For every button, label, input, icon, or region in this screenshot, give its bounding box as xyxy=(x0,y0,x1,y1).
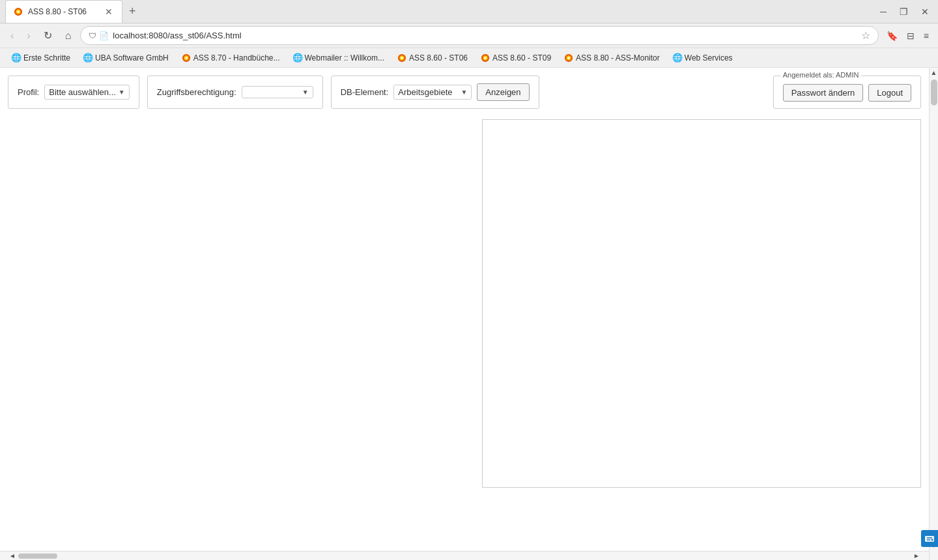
globe-icon: 🌐 xyxy=(12,53,21,63)
profil-box: Profil: Bitte auswählen... ▼ xyxy=(8,76,139,109)
bookmark-label: Webmailer :: Willkom... xyxy=(305,53,384,63)
scroll-left-button[interactable]: ◄ xyxy=(9,552,16,559)
back-button[interactable]: ‹ xyxy=(7,27,18,44)
tab-bar: ASS 8.80 - ST06 ✕ + xyxy=(5,0,871,23)
minimize-button[interactable]: ─ xyxy=(876,5,890,18)
h-scroll-thumb[interactable] xyxy=(18,553,57,559)
bookmark-ass-880-monitor[interactable]: ASS 8.80 - ASS-Monitor xyxy=(559,51,665,64)
bookmark-label: UBA Software GmbH xyxy=(95,53,169,63)
new-tab-button[interactable]: + xyxy=(122,0,143,23)
teamviewer-icon xyxy=(924,533,935,544)
db-element-box: DB-Element: Arbeitsgebiete ▼ Anzeigen xyxy=(331,76,539,109)
toolbar-row: Profil: Bitte auswählen... ▼ Zugriffsber… xyxy=(8,76,921,109)
profil-label: Profil: xyxy=(18,87,39,97)
tab-title: ASS 8.80 - ST06 xyxy=(28,7,87,16)
profil-select-text: Bitte auswählen... xyxy=(49,87,116,97)
main-display-area xyxy=(482,119,921,488)
bookmark-label: Erste Schritte xyxy=(23,53,70,63)
logout-button[interactable]: Logout xyxy=(868,84,911,102)
zugriffsberechtig-box: Zugriffsberechtigung: ▼ xyxy=(147,76,323,109)
vertical-scrollbar: ▲ ▼ xyxy=(929,68,938,560)
svg-point-5 xyxy=(185,57,188,59)
bookmark-ass-860-st09[interactable]: ASS 8.60 - ST09 xyxy=(476,51,556,64)
scroll-right-button[interactable]: ► xyxy=(913,552,920,559)
bookmark-ass-870[interactable]: ASS 8.70 - Handbüche... xyxy=(177,51,285,64)
home-button[interactable]: ⌂ xyxy=(61,27,76,44)
app-content: Profil: Bitte auswählen... ▼ Zugriffsber… xyxy=(0,68,938,560)
db-element-label: DB-Element: xyxy=(341,87,389,97)
bookmark-label: Web Services xyxy=(685,53,733,63)
angemeldet-box: Angemeldet als: ADMIN Passwort ändern Lo… xyxy=(773,76,921,109)
zugriffsberechtig-label: Zugriffsberechtigung: xyxy=(157,87,236,97)
bookmark-webmailer[interactable]: 🌐 Webmailer :: Willkom... xyxy=(288,51,390,64)
profil-select[interactable]: Bitte auswählen... ▼ xyxy=(44,85,130,100)
svg-point-11 xyxy=(484,57,487,59)
reload-button[interactable]: ↻ xyxy=(40,27,56,44)
db-element-select-text: Arbeitsgebiete xyxy=(398,87,458,97)
svg-point-16 xyxy=(931,539,933,541)
firefox-icon xyxy=(481,53,490,63)
globe-icon: 🌐 xyxy=(673,53,682,63)
db-element-select[interactable]: Arbeitsgebiete ▼ xyxy=(393,85,472,100)
chevron-down-icon: ▼ xyxy=(461,89,467,96)
angemeldet-legend: Angemeldet als: ADMIN xyxy=(780,71,862,79)
close-button[interactable]: ✕ xyxy=(917,5,933,18)
collections-button[interactable]: 🔖 xyxy=(884,28,900,44)
main-content-wrapper xyxy=(8,119,921,497)
svg-point-14 xyxy=(567,57,570,59)
title-bar: ASS 8.80 - ST06 ✕ + ─ ❐ ✕ xyxy=(0,0,938,23)
bookmark-ass-860-st06[interactable]: ASS 8.60 - ST06 xyxy=(392,51,473,64)
bookmark-label: ASS 8.70 - Handbüche... xyxy=(193,53,280,63)
bookmarks-bar: 🌐 Erste Schritte 🌐 UBA Software GmbH ASS… xyxy=(0,48,938,68)
scroll-up-button[interactable]: ▲ xyxy=(930,68,939,77)
menu-button[interactable]: ≡ xyxy=(921,28,931,44)
angemeldet-buttons: Passwort ändern Logout xyxy=(783,84,911,102)
globe-icon: 🌐 xyxy=(83,53,92,63)
browser-window: ASS 8.80 - ST06 ✕ + ─ ❐ ✕ ‹ › ↻ ⌂ 🛡 📄 ☆ … xyxy=(0,0,938,560)
svg-rect-15 xyxy=(925,536,934,542)
address-input[interactable] xyxy=(113,31,857,40)
bookmark-label: ASS 8.60 - ST09 xyxy=(492,53,551,63)
window-controls: ─ ❐ ✕ xyxy=(876,5,933,18)
teamviewer-badge[interactable] xyxy=(921,530,938,547)
scroll-thumb[interactable] xyxy=(931,79,937,105)
anzeigen-button[interactable]: Anzeigen xyxy=(477,83,529,101)
address-bar-container: 🛡 📄 ☆ xyxy=(80,26,879,45)
lock-icon: 📄 xyxy=(99,31,109,40)
tab-favicon xyxy=(14,7,23,16)
passwort-aendern-button[interactable]: Passwort ändern xyxy=(783,84,864,102)
bookmark-label: ASS 8.80 - ASS-Monitor xyxy=(576,53,660,63)
active-tab[interactable]: ASS 8.80 - ST06 ✕ xyxy=(5,0,122,23)
forward-button[interactable]: › xyxy=(23,27,34,44)
maximize-button[interactable]: ❐ xyxy=(896,5,912,18)
bookmark-erste-schritte[interactable]: 🌐 Erste Schritte xyxy=(7,51,76,64)
nav-right-controls: 🔖 ⊟ ≡ xyxy=(884,28,931,44)
firefox-icon xyxy=(182,53,191,63)
bookmark-uba-software[interactable]: 🌐 UBA Software GmbH xyxy=(78,51,174,64)
firefox-icon xyxy=(397,53,406,63)
bookmark-label: ASS 8.60 - ST06 xyxy=(409,53,468,63)
shield-icon: 🛡 xyxy=(89,31,96,40)
chevron-down-icon: ▼ xyxy=(119,89,125,96)
address-bar-icons: 🛡 📄 xyxy=(89,31,109,40)
globe-icon: 🌐 xyxy=(293,53,302,63)
zugriffsberechtig-select[interactable]: ▼ xyxy=(242,86,313,98)
bookmark-star-button[interactable]: ☆ xyxy=(861,29,870,42)
svg-point-2 xyxy=(17,10,20,13)
svg-point-8 xyxy=(401,57,403,59)
chevron-down-icon: ▼ xyxy=(302,89,309,96)
nav-bar: ‹ › ↻ ⌂ 🛡 📄 ☆ 🔖 ⊟ ≡ xyxy=(0,23,938,48)
bookmark-web-services[interactable]: 🌐 Web Services xyxy=(668,51,738,64)
firefox-icon xyxy=(564,53,573,63)
tab-close-button[interactable]: ✕ xyxy=(104,7,114,17)
horizontal-scrollbar: ◄ ► xyxy=(0,551,929,560)
sidebar-button[interactable]: ⊟ xyxy=(904,28,917,44)
page-content: Profil: Bitte auswählen... ▼ Zugriffsber… xyxy=(0,68,938,560)
